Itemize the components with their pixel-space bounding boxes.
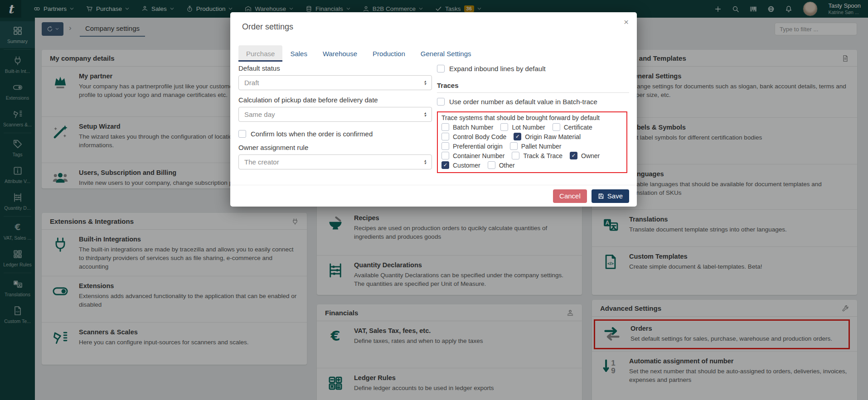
modal-left-column: Default status Draft ▴▾ Calculation of p… [238, 63, 432, 173]
trace-systems-highlight-box: Trace systems that should be brought for… [437, 111, 627, 173]
checkbox-box [553, 123, 560, 131]
checkbox-box [441, 152, 449, 159]
trace-option-other[interactable]: Other [488, 161, 515, 169]
checkbox-box [441, 142, 449, 150]
tab-production[interactable]: Production [365, 45, 413, 62]
checkbox-box [441, 161, 449, 169]
select-arrows-icon: ▴▾ [424, 80, 426, 85]
trace-option-certificate[interactable]: Certificate [553, 123, 592, 131]
modal-footer: Cancel Save [230, 185, 637, 207]
trace-option-owner[interactable]: Owner [570, 152, 600, 159]
checkbox-box [437, 98, 445, 106]
checkbox-box [570, 152, 577, 159]
expand-inbound-checkbox[interactable]: Expand inbound lines by default [437, 65, 629, 72]
tab-purchase[interactable]: Purchase [238, 45, 282, 62]
trace-option-preferential-origin[interactable]: Preferential origin [441, 142, 503, 150]
default-status-label: Default status [238, 64, 432, 72]
modal-body: Default status Draft ▴▾ Calculation of p… [238, 63, 629, 173]
trace-option-lot-number[interactable]: Lot Number [500, 123, 545, 131]
trace-option-control-body-code[interactable]: Control Body Code [441, 133, 506, 140]
save-button[interactable]: Save [592, 189, 629, 203]
trace-option-pallet-number[interactable]: Pallet Number [510, 142, 562, 150]
order-settings-modal: Order settings × PurchaseSalesWarehouseP… [230, 12, 637, 207]
select-arrows-icon: ▴▾ [424, 112, 426, 117]
confirm-lots-checkbox[interactable]: Confirm lots when the order is confirmed [238, 130, 432, 138]
default-status-select[interactable]: Draft ▴▾ [238, 75, 432, 90]
divider [437, 92, 629, 93]
trace-systems-title: Trace systems that should be brought for… [441, 114, 623, 121]
modal-tabs: PurchaseSalesWarehouseProductionGeneral … [238, 45, 479, 62]
trace-option-container-number[interactable]: Container Number [441, 152, 504, 159]
checkbox-box [238, 130, 246, 138]
trace-systems-options: Batch NumberLot NumberCertificateControl… [441, 123, 623, 169]
modal-right-column: Expand inbound lines by default Traces U… [437, 63, 629, 173]
trace-option-track-trace[interactable]: Track & Trace [512, 152, 563, 159]
pickup-calc-label: Calculation of pickup date before delive… [238, 96, 432, 104]
tab-warehouse[interactable]: Warehouse [315, 45, 365, 62]
checkbox-box [500, 123, 508, 131]
modal-title: Order settings [242, 22, 293, 32]
owner-rule-label: Owner assignment rule [238, 144, 432, 151]
select-arrows-icon: ▴▾ [424, 159, 426, 164]
cancel-button[interactable]: Cancel [553, 189, 587, 203]
checkbox-box [510, 142, 518, 150]
pickup-calc-select[interactable]: Same day ▴▾ [238, 107, 432, 122]
checkbox-box [441, 133, 449, 140]
trace-option-origin-raw-material[interactable]: Origin Raw Material [514, 133, 581, 140]
application-window: t PartnersPurchaseSalesProductionWarehou… [0, 0, 868, 400]
tab-sales[interactable]: Sales [282, 45, 315, 62]
checkbox-box [437, 65, 445, 72]
checkbox-box [512, 152, 519, 159]
checkbox-box [441, 123, 449, 131]
owner-rule-select[interactable]: The creator ▴▾ [238, 154, 432, 169]
tab-general-settings[interactable]: General Settings [413, 45, 479, 62]
floppy-save-icon [598, 193, 604, 199]
checkbox-box [488, 161, 495, 169]
batch-trace-checkbox[interactable]: Use order number as default value in Bat… [437, 98, 629, 106]
traces-heading: Traces [437, 82, 629, 89]
trace-option-customer[interactable]: Customer [441, 161, 480, 169]
close-icon[interactable]: × [624, 17, 629, 27]
checkbox-box [514, 133, 521, 140]
trace-option-batch-number[interactable]: Batch Number [441, 123, 493, 131]
